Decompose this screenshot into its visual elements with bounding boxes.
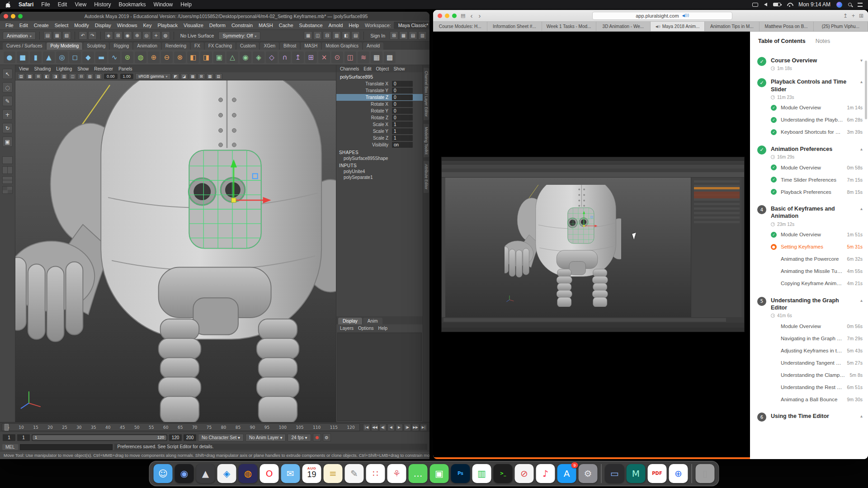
viewport-icon[interactable]: ⊠ xyxy=(198,73,205,80)
attribute-value-field[interactable]: 0 xyxy=(392,81,413,87)
sidebar-toggle-icon[interactable]: ▦ xyxy=(399,31,408,40)
channel-box-menu-item[interactable]: Edit xyxy=(363,66,371,71)
chevron-icon[interactable]: ▴ xyxy=(860,79,863,100)
shelf-tool-icon[interactable]: ≋ xyxy=(358,52,369,63)
chevron-icon[interactable]: ▾ xyxy=(860,58,863,71)
file-op-icon[interactable]: ▧ xyxy=(62,31,71,40)
tool-icon[interactable]: ↻ xyxy=(2,123,13,133)
anim-layer-dropdown[interactable]: No Anim Layer ▾ xyxy=(245,434,286,441)
timeline-tick[interactable]: 35 xyxy=(91,425,96,430)
timeline-tick[interactable]: 40 xyxy=(105,425,110,430)
sign-in-button[interactable]: Sign In xyxy=(370,33,385,38)
render-icon[interactable]: ◧ xyxy=(342,31,350,40)
toc-row[interactable]: 4 Basic of Keyframes and Animation 23m 1… xyxy=(757,205,863,227)
shelf-tool-icon[interactable]: ◧ xyxy=(187,52,199,63)
dock-icon[interactable]: ◍ xyxy=(239,464,258,483)
snap-icon[interactable]: ⊕ xyxy=(133,31,142,40)
toc-row[interactable]: Setting Keyframes 5m 31s ● Setting Keyfr… xyxy=(757,241,863,253)
attribute-name[interactable]: Translate X xyxy=(336,81,392,86)
range-slider[interactable]: 1 120 xyxy=(32,434,167,441)
shelf-tool-icon[interactable]: ◇ xyxy=(266,52,278,63)
channel-attribute-row[interactable]: Rotate Y 0 xyxy=(336,108,423,114)
viewport-icon[interactable]: ◩ xyxy=(172,73,179,80)
maya-menu-item[interactable]: Arnold xyxy=(329,23,343,28)
shelf-tool-icon[interactable]: ▲ xyxy=(43,52,55,63)
maya-menu-item[interactable]: File xyxy=(5,23,14,28)
sidebar-toggle-icon[interactable]: ▤ xyxy=(409,31,417,40)
shelf-tab[interactable]: XGen xyxy=(260,42,279,50)
attribute-name[interactable]: Rotate Z xyxy=(336,115,392,120)
maya-menu-item[interactable]: Constrain xyxy=(231,23,253,28)
sidebar-scrollbar[interactable] xyxy=(865,61,867,119)
playback-button[interactable]: |▶ xyxy=(404,424,411,431)
animation-end-field[interactable]: 200 xyxy=(184,434,196,441)
attribute-value-field[interactable]: 1 xyxy=(392,135,413,141)
shelf-tool-icon[interactable]: ⊖ xyxy=(161,52,173,63)
toc-row[interactable]: ✓ Course Overview 1m 18s ▾ Course Overvi… xyxy=(757,57,863,71)
timeline-tick[interactable]: 110 xyxy=(313,425,321,430)
dock-icon[interactable]: ⊕ xyxy=(669,464,688,483)
module-title[interactable]: Basic of Keyframes and Animation xyxy=(771,205,856,220)
menubar-item[interactable]: Bookmarks xyxy=(119,1,146,8)
playback-button[interactable]: ▶ xyxy=(396,424,403,431)
module-title[interactable]: Playback Controls and Time Slider xyxy=(771,78,856,93)
snap-icon[interactable]: ◍ xyxy=(161,31,170,40)
wifi-status-icon[interactable] xyxy=(787,2,793,7)
toc-row[interactable]: Copying Keyframe Animation 4m 21s Copyin… xyxy=(757,277,863,290)
menubar-item[interactable]: History xyxy=(94,1,111,8)
viewport-icon[interactable]: ◧ xyxy=(43,73,51,80)
render-icon[interactable]: ▦ xyxy=(304,31,312,40)
toc-row[interactable]: Playback Preferences 8m 15s ✓ Playback P… xyxy=(757,186,863,198)
tab-audio-icon[interactable]: ◀)) xyxy=(656,25,660,28)
toc-row[interactable]: Animating the Powercore 6m 32s Animating… xyxy=(757,253,863,265)
module-title[interactable]: Course Overview xyxy=(771,57,856,64)
toc-row[interactable]: Time Slider Preferences 7m 15s ✓ Time Sl… xyxy=(757,174,863,186)
render-icon[interactable]: ▥ xyxy=(332,31,341,40)
maya-menu-item[interactable]: Cache xyxy=(279,23,293,28)
toc-row[interactable]: Understanding the Clamped and... 5m 8s U… xyxy=(757,369,863,381)
shelf-tool-icon[interactable]: ◉ xyxy=(240,52,251,63)
forward-button[interactable]: › xyxy=(477,12,481,19)
timeline-tick[interactable]: 45 xyxy=(120,425,125,430)
dock-icon[interactable]: ▲ xyxy=(196,464,215,483)
dock-icon[interactable]: ∷ xyxy=(366,464,385,483)
shelf-tool-icon[interactable]: ◻ xyxy=(69,52,81,63)
playback-end-field[interactable]: 120 xyxy=(169,434,182,441)
dock-icon[interactable]: ⚘ xyxy=(387,464,406,483)
viewport-icon[interactable]: ▤ xyxy=(17,73,25,80)
layer-menu-item[interactable]: Help xyxy=(378,326,387,331)
address-bar[interactable]: app.pluralsight.com ◀))) xyxy=(592,12,732,20)
dock-icon[interactable] xyxy=(692,464,692,483)
maya-menu-item[interactable]: Deform xyxy=(209,23,226,28)
toc-row[interactable]: 5 Understanding the Graph Editor 41m 6s … xyxy=(757,297,863,319)
attribute-name[interactable]: Scale Z xyxy=(336,136,392,141)
lesson-title[interactable]: Time Slider Preferences xyxy=(781,177,843,183)
tool-icon[interactable]: ▣ xyxy=(2,136,13,147)
dock-icon[interactable]: PDF xyxy=(648,464,667,483)
menubar-item[interactable]: View xyxy=(75,1,86,8)
toc-row[interactable]: Module Overview 0m 56s Module Overview 0… xyxy=(757,320,863,332)
share-button[interactable]: ↥ xyxy=(843,13,848,19)
shelf-tab[interactable]: Poly Modeling xyxy=(47,42,82,50)
channel-attribute-row[interactable]: Rotate Z 0 xyxy=(336,114,423,121)
channel-attribute-row[interactable]: Translate X 0 xyxy=(336,80,423,87)
input-node-name[interactable]: polySeparate1 xyxy=(336,174,423,180)
dock-icon[interactable]: ▭ xyxy=(605,464,624,483)
current-frame-marker[interactable] xyxy=(5,424,9,431)
lesson-title[interactable]: Setting Keyframes xyxy=(781,244,843,249)
shape-node-name[interactable]: polySurface895Shape xyxy=(336,155,423,161)
volume-status-icon[interactable] xyxy=(764,3,767,6)
browser-tab[interactable]: (25) Phum Viphu... xyxy=(814,22,868,31)
shelf-tab[interactable]: FX xyxy=(191,42,204,50)
shelf-tool-icon[interactable]: ⊗ xyxy=(174,52,186,63)
shelf-tab[interactable]: Sculpting xyxy=(83,42,109,50)
timeline-tick[interactable]: 85 xyxy=(236,425,241,430)
playback-button[interactable]: ▶▶ xyxy=(412,424,419,431)
shelf-tool-icon[interactable]: ■ xyxy=(17,52,28,63)
range-slider-bar[interactable]: 1 120 xyxy=(33,435,166,440)
lesson-title[interactable]: Module Overview xyxy=(781,324,843,329)
viewport-icon[interactable]: ▧ xyxy=(86,73,94,80)
maya-menu-item[interactable]: Help xyxy=(349,23,359,28)
shelf-tool-icon[interactable]: ▮ xyxy=(30,52,42,63)
dock-icon[interactable] xyxy=(601,464,602,483)
